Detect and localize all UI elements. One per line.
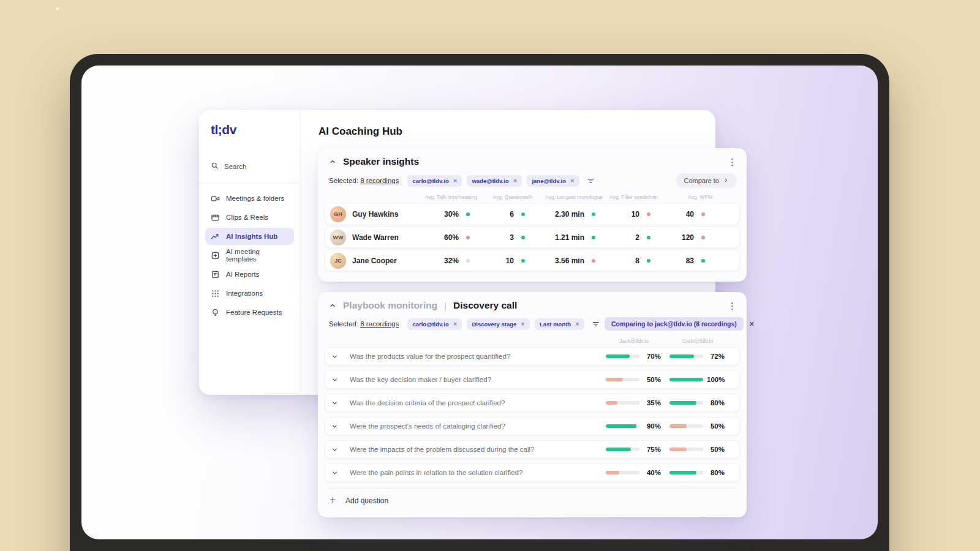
filter-chip[interactable]: Last month✕ <box>535 318 584 330</box>
speaker-row[interactable]: GHGuy Hawkins30%62.30 min1040 <box>325 203 740 225</box>
template-icon <box>211 251 220 260</box>
status-dot <box>701 236 705 239</box>
question-row[interactable]: Were the prospect's needs of cataloging … <box>325 417 740 435</box>
chevron-down-icon[interactable] <box>331 470 341 476</box>
progress-track <box>606 354 639 358</box>
sidebar-item-meetings-folders[interactable]: Meetings & folders <box>205 190 294 207</box>
chevron-up-icon[interactable] <box>329 158 336 165</box>
filter-chip[interactable]: Discovery stage✕ <box>467 318 530 330</box>
metric-value: 3 <box>510 233 514 242</box>
playbook-monitoring-panel: Playbook monitoring | Discovery call ⋮ S… <box>318 292 747 517</box>
add-question-button[interactable]: Add question <box>329 488 736 506</box>
sparkle-dot <box>56 7 59 10</box>
sidebar-item-feature-requests[interactable]: Feature Requests <box>205 304 294 321</box>
sidebar-item-label: AI Insights Hub <box>226 233 277 240</box>
progress-percent: 50% <box>643 376 661 383</box>
kebab-menu-icon[interactable]: ⋮ <box>728 157 737 167</box>
question-row[interactable]: Were the pain points in relation to the … <box>325 463 740 482</box>
avatar: JC <box>330 253 346 269</box>
clapper-icon <box>211 213 220 222</box>
chip-label: jane@tldv.io <box>532 178 566 184</box>
progress-fill <box>669 401 696 405</box>
close-icon[interactable]: ✕ <box>513 178 518 184</box>
progress-group: 40% <box>606 469 661 476</box>
trend-chart-icon <box>211 232 220 241</box>
close-icon[interactable]: ✕ <box>749 320 755 328</box>
speaker-name-cell: JCJane Cooper <box>330 253 411 269</box>
speaker-name-cell: WWWade Warren <box>330 230 411 246</box>
close-icon[interactable]: ✕ <box>575 321 579 327</box>
chevron-down-icon[interactable] <box>331 400 341 407</box>
progress-group: 80% <box>669 469 725 476</box>
compare-to-button[interactable]: Compare to <box>676 173 737 188</box>
sidebar-item-ai-reports[interactable]: AI Reports <box>205 266 294 283</box>
sidebar-item-integrations[interactable]: Integrations <box>205 285 294 302</box>
app-logo: tl;dv <box>211 122 300 137</box>
chevron-up-icon[interactable] <box>329 302 336 309</box>
avatar: GH <box>330 206 346 222</box>
chip-label: Last month <box>540 321 571 328</box>
progress-percent: 75% <box>643 446 661 453</box>
search-label: Search <box>224 163 246 170</box>
metric-value: 1.21 min <box>555 233 584 242</box>
sidebar-item-label: AI meeting templates <box>226 248 288 263</box>
chip-label: carlo@tldv.io <box>412 178 448 184</box>
speaker-name: Jane Cooper <box>352 257 397 265</box>
speaker-row[interactable]: WWWade Warren60%31.21 min2120 <box>325 227 740 248</box>
progress-track <box>606 401 639 405</box>
metric-value: 40 <box>686 210 694 219</box>
sidebar-item-clips-reels[interactable]: Clips & Reels <box>205 209 294 226</box>
filter-chip[interactable]: carlo@tldv.io✕ <box>407 175 462 187</box>
progress-fill <box>606 354 630 358</box>
progress-group: 50% <box>669 446 725 453</box>
close-icon[interactable]: ✕ <box>570 178 575 184</box>
recordings-link[interactable]: 8 recordings <box>360 320 399 328</box>
filter-chip[interactable]: jane@tldv.io✕ <box>527 175 579 187</box>
question-row[interactable]: Was the key decision maker / buyer clari… <box>325 370 740 389</box>
column-header: Avg. WPM <box>658 194 712 200</box>
metric-cell: 120 <box>650 233 705 242</box>
speaker-name-cell: GHGuy Hawkins <box>330 206 411 222</box>
chevron-down-icon[interactable] <box>331 353 341 360</box>
search-input[interactable]: Search <box>211 162 300 171</box>
progress-group: 90% <box>606 422 661 430</box>
filter-chip[interactable]: wade@tldv.io✕ <box>467 175 522 187</box>
progress-fill <box>669 354 694 358</box>
close-icon[interactable]: ✕ <box>453 178 458 184</box>
metric-cell: 40 <box>650 210 705 219</box>
close-icon[interactable]: ✕ <box>453 321 458 327</box>
progress-fill <box>606 378 623 381</box>
panel-title: Speaker insights <box>343 156 419 167</box>
chip-label: Discovery stage <box>472 321 516 328</box>
filter-icon[interactable] <box>592 320 600 328</box>
chevron-down-icon[interactable] <box>331 446 341 453</box>
sidebar-item-ai-meeting-templates[interactable]: AI meeting templates <box>205 247 294 264</box>
compare-columns-header: Jack@tldv.io Carlo@tldv.io <box>331 338 725 344</box>
close-icon[interactable]: ✕ <box>521 321 525 327</box>
kebab-menu-icon[interactable]: ⋮ <box>728 301 737 310</box>
progress-percent: 80% <box>707 469 725 476</box>
chevron-down-icon[interactable] <box>331 423 341 430</box>
panel-title: Discovery call <box>453 300 517 311</box>
progress-percent: 70% <box>643 353 661 360</box>
speaker-row[interactable]: JCJane Cooper32%103.56 min883 <box>325 250 740 271</box>
metric-value: 60% <box>444 233 459 242</box>
column-header: Avg. Longest monologue <box>532 194 603 200</box>
recordings-link[interactable]: 8 recordings <box>360 177 399 184</box>
progress-track <box>606 448 639 451</box>
question-row[interactable]: Were the impacts of the problem discusse… <box>325 440 740 459</box>
page-title: AI Coaching Hub <box>318 126 402 138</box>
question-row[interactable]: Was the decision criteria of the prospec… <box>325 394 740 412</box>
progress-fill <box>669 448 687 451</box>
sidebar-item-ai-insights-hub[interactable]: AI Insights Hub <box>205 228 294 245</box>
filter-icon[interactable] <box>587 177 595 185</box>
grid-dots-icon <box>211 289 220 298</box>
chip-label: wade@tldv.io <box>472 178 508 184</box>
filter-chip[interactable]: carlo@tldv.io✕ <box>407 318 462 330</box>
chevron-down-icon[interactable] <box>331 377 341 383</box>
metric-cell: 83 <box>650 257 705 265</box>
question-text: Were the pain points in relation to the … <box>350 469 597 476</box>
question-text: Were the prospect's needs of cataloging … <box>350 422 597 430</box>
metric-cell: 32% <box>411 257 470 265</box>
question-row[interactable]: Was the products value for the prospect … <box>325 347 740 365</box>
